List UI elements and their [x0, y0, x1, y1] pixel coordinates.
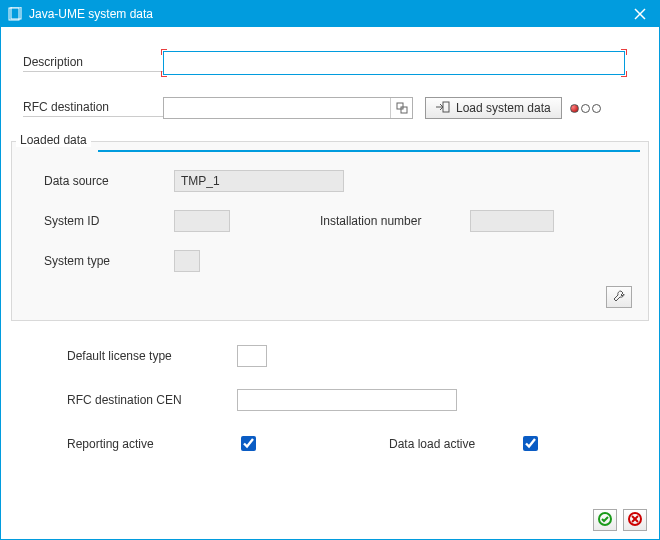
value-help-icon[interactable]: [390, 98, 412, 118]
rfc-cen-input[interactable]: [237, 389, 457, 411]
groupbox-rule: [98, 150, 640, 152]
cancel-button[interactable]: [623, 509, 647, 531]
status-lights: [570, 104, 601, 113]
svg-rect-5: [401, 107, 407, 113]
status-light-off-2: [592, 104, 601, 113]
cancel-icon: [628, 512, 642, 529]
load-system-data-button[interactable]: Load system data: [425, 97, 562, 119]
window-icon: [7, 6, 23, 22]
load-button-label: Load system data: [456, 101, 551, 115]
svg-rect-4: [397, 103, 403, 109]
system-type-field: [174, 250, 200, 272]
installation-number-field: [470, 210, 554, 232]
dataload-active-label: Data load active: [389, 437, 519, 451]
dialog-body: Description RFC destination Load system …: [1, 27, 659, 539]
titlebar: Java-UME system data: [1, 1, 659, 27]
window-title: Java-UME system data: [29, 7, 627, 21]
dialog-window: Java-UME system data Description RFC des…: [0, 0, 660, 540]
settings-button[interactable]: [606, 286, 632, 308]
status-light-off-1: [581, 104, 590, 113]
rfc-dest-field: [163, 97, 413, 119]
reporting-active-checkbox[interactable]: [241, 436, 256, 451]
dataload-active-checkbox[interactable]: [523, 436, 538, 451]
rfc-dest-label: RFC destination: [23, 100, 163, 117]
svg-rect-6: [443, 102, 449, 112]
description-input-wrap: [163, 51, 625, 75]
description-input[interactable]: [163, 51, 625, 75]
rfc-dest-input[interactable]: [164, 98, 390, 118]
data-source-label: Data source: [44, 174, 174, 188]
import-icon: [436, 101, 450, 116]
system-id-label: System ID: [44, 214, 174, 228]
dialog-footer: [593, 509, 647, 531]
groupbox-title: Loaded data: [16, 133, 91, 147]
description-label: Description: [23, 55, 163, 72]
system-type-label: System type: [44, 254, 174, 268]
installation-number-label: Installation number: [320, 214, 470, 228]
default-license-input[interactable]: [237, 345, 267, 367]
reporting-active-label: Reporting active: [67, 437, 237, 451]
status-light-red: [570, 104, 579, 113]
default-license-label: Default license type: [67, 349, 237, 363]
ok-button[interactable]: [593, 509, 617, 531]
system-id-field: [174, 210, 230, 232]
close-icon[interactable]: [627, 1, 653, 27]
rfc-cen-label: RFC destination CEN: [67, 393, 237, 407]
bottom-area: Default license type RFC destination CEN…: [67, 345, 649, 454]
loaded-data-groupbox: Loaded data Data source TMP_1 System ID …: [11, 141, 649, 321]
wrench-icon: [612, 289, 626, 306]
check-icon: [598, 512, 612, 529]
data-source-field: TMP_1: [174, 170, 344, 192]
